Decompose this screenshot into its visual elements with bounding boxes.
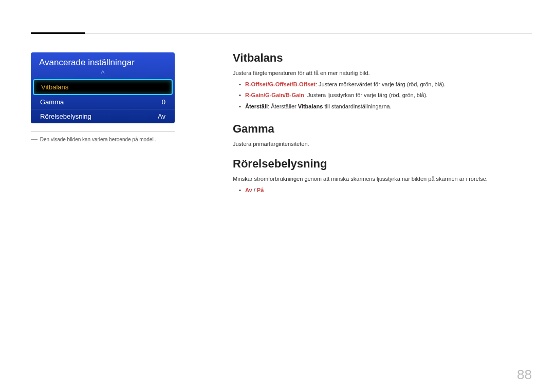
header-rule-bold: [31, 32, 85, 34]
heading-vitbalans: Vitbalans: [233, 51, 532, 65]
note-text: Den visade bilden kan variera beroende p…: [40, 137, 156, 142]
list-item: R-Offset/G-Offset/B-Offset: Justera mörk…: [233, 79, 532, 90]
bold-term: Återställ: [245, 103, 268, 109]
list-item: R-Gain/G-Gain/B-Gain: Justera ljusstyrka…: [233, 90, 532, 101]
menu-item-label: Rörelsebelysning: [40, 113, 91, 120]
mid-text: : Återställer: [268, 103, 298, 109]
menu-item-label: Vitbalans: [41, 83, 68, 91]
note-dash: ―: [31, 135, 38, 143]
menu-item-value: 0: [162, 98, 165, 106]
bold-term: R-Gain/G-Gain/B-Gain: [245, 92, 304, 98]
option-sep: /: [252, 187, 257, 193]
menu-title: Avancerade inställningar: [31, 52, 175, 70]
menu-item-gamma[interactable]: Gamma 0: [31, 95, 175, 109]
desc-rorelsebelysning: Minskar strömförbrukningen genom att min…: [233, 176, 532, 182]
bullet-list-rorelse: Av / På: [233, 185, 532, 196]
content-area: Vitbalans Justera färgtemperaturen för a…: [233, 51, 532, 207]
bold-term: R-Offset/G-Offset/B-Offset: [245, 81, 316, 87]
menu-item-value: Av: [158, 113, 165, 120]
option-pa: På: [257, 187, 264, 193]
menu-item-rorelsebelysning[interactable]: Rörelsebelysning Av: [31, 109, 175, 123]
chevron-up-icon[interactable]: ^: [31, 70, 175, 79]
rest-text: : Justera mörkervärdet för varje färg (r…: [316, 81, 446, 87]
header-rule: [31, 33, 532, 33]
panel-note: ― Den visade bilden kan variera beroende…: [31, 135, 175, 143]
bold-term: Vitbalans: [298, 103, 323, 109]
list-item: Återställ: Återställer Vitbalans till st…: [233, 101, 532, 112]
page-number: 88: [517, 367, 532, 383]
panel-divider: [31, 132, 175, 132]
desc-gamma: Justera primärfärgintensiteten.: [233, 141, 532, 147]
bullet-list-vitbalans: R-Offset/G-Offset/B-Offset: Justera mörk…: [233, 79, 532, 112]
end-text: till standardinställningarna.: [323, 103, 391, 109]
heading-gamma: Gamma: [233, 122, 532, 136]
settings-menu: Avancerade inställningar ^ Vitbalans Gam…: [31, 52, 175, 123]
menu-item-label: Gamma: [40, 98, 64, 106]
rest-text: : Justera ljusstyrkan för varje färg (rö…: [304, 92, 428, 98]
menu-item-vitbalans[interactable]: Vitbalans: [33, 79, 173, 95]
desc-vitbalans: Justera färgtemperaturen för att få en m…: [233, 70, 532, 76]
heading-rorelsebelysning: Rörelsebelysning: [233, 157, 532, 171]
left-panel: Avancerade inställningar ^ Vitbalans Gam…: [31, 52, 175, 143]
list-item: Av / På: [233, 185, 532, 196]
option-av: Av: [245, 187, 252, 193]
